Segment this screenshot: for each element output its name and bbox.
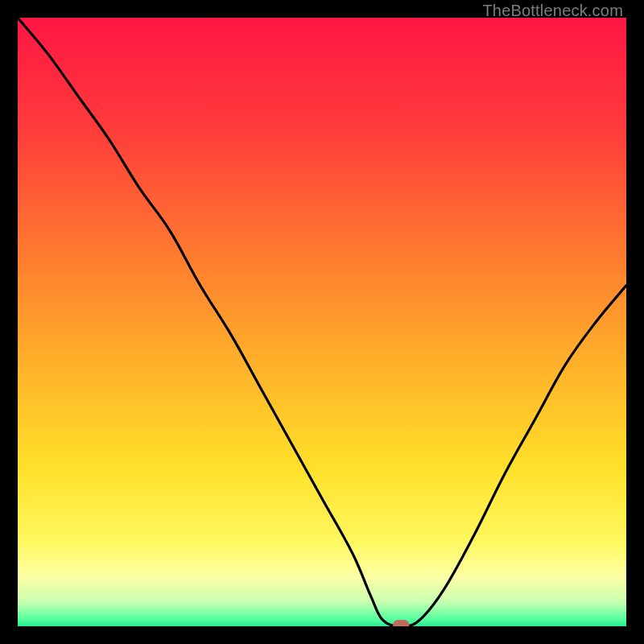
bottleneck-chart (18, 18, 626, 626)
plot-area (18, 18, 626, 626)
chart-frame: TheBottleneck.com (0, 0, 644, 644)
minimum-marker (393, 620, 409, 626)
gradient-background (18, 18, 626, 626)
